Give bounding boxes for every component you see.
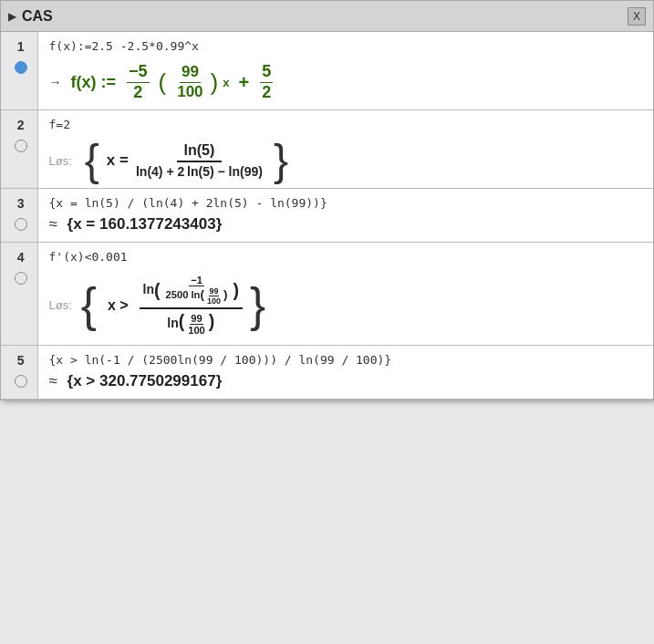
row2-inner: x = ln(5) ln(4) + 2 ln(5) − ln(99) (107, 140, 266, 181)
close-button[interactable]: X (628, 7, 646, 26)
row-4-radio[interactable] (15, 272, 27, 285)
row2-fraction: ln(5) ln(4) + 2 ln(5) − ln(99) (132, 140, 266, 181)
row1-frac2: 99 100 (175, 63, 204, 101)
row-5-number: 5 (8, 353, 34, 368)
row-2-radio[interactable] (15, 140, 27, 152)
row-2-num-cell: 2 (1, 110, 37, 189)
row-4-number: 4 (8, 250, 34, 265)
row-1: 1 f(x):=2.5 -2.5*0.99^x → f(x) := −5 2 (1, 32, 653, 110)
row-5-num-cell: 5 (1, 345, 37, 399)
row-5-content: {x > ln(-1 / (2500ln(99 / 100))) / ln(99… (37, 345, 653, 399)
row-1-num-cell: 1 (1, 32, 37, 110)
row-3-content: {x = ln(5) / (ln(4) + 2ln(5) - ln(99))} … (37, 189, 653, 243)
row-3-input: {x = ln(5) / (ln(4) + 2ln(5) - ln(99))} (49, 196, 643, 210)
row4-fraction: ln( −1 2500 ln( 99 100 ) (140, 273, 243, 338)
row-5-radio[interactable] (15, 375, 27, 388)
row1-paren-open: ( (159, 68, 167, 97)
row-1-output: → f(x) := −5 2 ( 99 100 (49, 58, 643, 102)
row3-approx-val: {x = 160.1377243403} (63, 215, 222, 234)
row-1-number: 1 (8, 39, 34, 54)
row-4-content: f'(x)<0.001 Løs: { x > ln( −1 2500 ln( (37, 243, 653, 346)
cas-table: 1 f(x):=2.5 -2.5*0.99^x → f(x) := −5 2 (1, 32, 653, 400)
row2-den: ln(4) + 2 ln(5) − ln(99) (132, 162, 266, 181)
row-4-num-cell: 4 (1, 243, 37, 346)
row2-num: ln(5) (177, 140, 223, 162)
cas-window: ▶ CAS X 1 f(x):=2.5 -2.5*0.99^x → f(x) :… (0, 0, 654, 400)
row1-frac1: −5 2 (125, 62, 151, 102)
row-4-los: Løs: (49, 298, 72, 312)
row4-brace-open: { (81, 286, 97, 326)
row-2-input: f=2 (49, 118, 643, 131)
row-1-arrow: → (49, 75, 62, 89)
title-bar: ▶ CAS X (1, 1, 653, 32)
row-3-num-cell: 3 (1, 189, 37, 243)
row-5-output: ≈ {x > 320.7750299167} (49, 372, 643, 390)
row-1-content: f(x):=2.5 -2.5*0.99^x → f(x) := −5 2 ( (37, 32, 653, 110)
row-2-content: f=2 Løs: { x = ln(5) ln(4) + 2 ln(5) − l… (37, 110, 653, 189)
row5-approx-val: {x > 320.7750299167} (63, 372, 222, 390)
row2-x-eq: x = (107, 151, 129, 170)
row-1-radio[interactable] (15, 61, 27, 74)
row1-paren-close: ) (211, 68, 219, 97)
row1-frac3: 5 2 (260, 62, 273, 102)
row-2-number: 2 (8, 118, 34, 132)
row-4-output: Løs: { x > ln( −1 2500 ln( 99 (49, 269, 643, 338)
arrow-icon: ▶ (8, 10, 16, 23)
row2-los-label: Løs: (49, 154, 72, 168)
row1-exp: x (223, 76, 229, 89)
window-title: CAS (22, 8, 628, 25)
row5-approx-sym: ≈ (49, 372, 57, 390)
row-4-input: f'(x)<0.001 (49, 250, 643, 264)
row-5-input: {x > ln(-1 / (2500ln(99 / 100))) / ln(99… (49, 353, 643, 367)
row-3-radio[interactable] (15, 218, 27, 231)
row-1-input: f(x):=2.5 -2.5*0.99^x (49, 39, 643, 53)
row2-brace-close: } (274, 142, 288, 180)
row4-den: ln( 99 100 ) (163, 309, 218, 338)
row4-x-gt: x > (108, 297, 129, 314)
row3-approx-sym: ≈ (49, 215, 57, 234)
row-2: 2 f=2 Løs: { x = ln(5) ln(4) + 2 ln(5) −… (1, 110, 653, 189)
row-2-output: Løs: { x = ln(5) ln(4) + 2 ln(5) − ln(99… (49, 137, 643, 181)
row-5: 5 {x > ln(-1 / (2500ln(99 / 100))) / ln(… (1, 345, 653, 399)
row-4: 4 f'(x)<0.001 Løs: { x > ln( −1 (1, 243, 653, 346)
row-3-number: 3 (8, 196, 34, 211)
row1-fx: f(x) := (71, 73, 117, 92)
row-1-math: f(x) := −5 2 ( 99 100 ) (71, 62, 275, 102)
row1-plus: + (238, 72, 249, 93)
row-3: 3 {x = ln(5) / (ln(4) + 2ln(5) - ln(99))… (1, 189, 653, 243)
row4-num: ln( −1 2500 ln( 99 100 ) (140, 273, 243, 309)
row-3-output: ≈ {x = 160.1377243403} (49, 215, 643, 234)
row2-brace-open: { (85, 142, 99, 180)
row4-brace-close: } (250, 286, 265, 326)
